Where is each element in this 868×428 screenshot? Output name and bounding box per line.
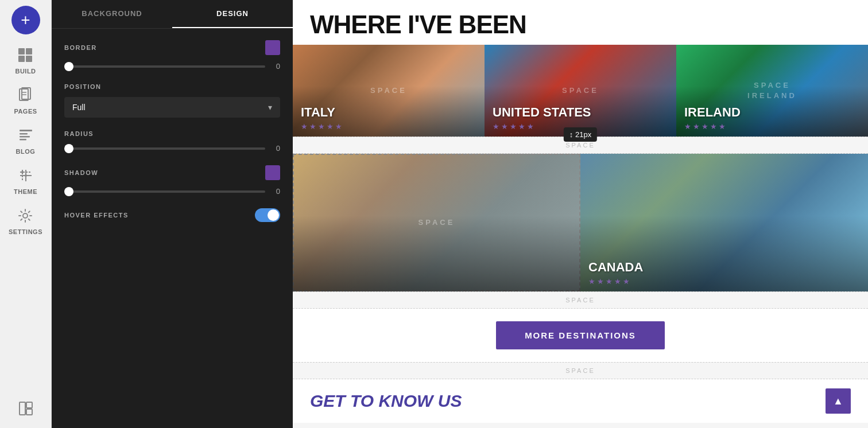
shadow-slider[interactable] — [64, 190, 265, 193]
layout-icon — [16, 398, 36, 419]
chevron-down-icon: ▾ — [268, 103, 272, 112]
shadow-section: SHADOW 0 — [64, 165, 280, 196]
hover-effects-section: HOVER EFFECTS — [64, 208, 280, 222]
build-icon — [15, 45, 36, 65]
shadow-value: 0 — [271, 187, 280, 196]
sidebar-item-theme-label: THEME — [14, 188, 37, 195]
svg-rect-9 — [20, 133, 28, 135]
position-label: POSITION — [64, 83, 280, 90]
sidebar-item-blog-label: BLOG — [16, 148, 36, 155]
shadow-color-swatch[interactable] — [265, 165, 280, 180]
add-button[interactable]: + — [11, 6, 40, 34]
svg-rect-0 — [18, 48, 25, 55]
cards-section-row2: SPACE CANADA ★★★★★ — [293, 154, 868, 291]
canvas-area[interactable]: WHERE I'VE BEEN SPACE ITALY ★★★★★ — [293, 0, 868, 428]
canada-title: CANADA — [588, 260, 643, 275]
position-select[interactable]: Full ▾ — [64, 97, 280, 118]
get-to-know-text: GET TO KNOW US — [310, 391, 462, 411]
svg-rect-2 — [18, 56, 25, 62]
space-divider-3: SPACE — [293, 362, 868, 379]
ireland-content: IRELAND ★★★★★ — [684, 105, 741, 131]
sidebar: + BUILD PAGES — [0, 0, 52, 428]
sidebar-item-settings-label: SETTINGS — [9, 228, 42, 235]
sidebar-item-build[interactable]: BUILD — [15, 45, 36, 75]
us-title: UNITED STATES — [493, 105, 591, 120]
ireland-stars: ★★★★★ — [684, 122, 741, 131]
get-to-know-section: GET TO KNOW US ▲ — [293, 379, 868, 423]
canvas-inner: WHERE I'VE BEEN SPACE ITALY ★★★★★ — [293, 0, 868, 428]
svg-rect-20 — [26, 402, 32, 408]
italy-stars: ★★★★★ — [301, 122, 344, 131]
card-italy[interactable]: SPACE ITALY ★★★★★ — [293, 45, 485, 137]
card-canada[interactable]: CANADA ★★★★★ — [580, 154, 868, 291]
svg-rect-1 — [26, 48, 32, 55]
page-header: WHERE I'VE BEEN — [293, 0, 868, 45]
tab-background[interactable]: BACKGROUND — [52, 0, 172, 28]
svg-rect-19 — [20, 402, 25, 415]
radius-section: RADIUS 0 — [64, 130, 280, 153]
card-united-states[interactable]: SPACE UNITED STATES ★★★★★ — [485, 45, 676, 137]
more-destinations-button[interactable]: MORE DESTINATIONS — [496, 321, 665, 349]
sidebar-item-pages[interactable]: PAGES — [14, 85, 37, 115]
pages-icon — [15, 85, 36, 106]
shadow-slider-row: 0 — [64, 187, 280, 196]
position-section: POSITION Full ▾ — [64, 83, 280, 118]
scroll-top-button[interactable]: ▲ — [826, 388, 851, 414]
design-panel: BACKGROUND DESIGN BORDER 0 — [52, 0, 293, 428]
hover-effects-label: HOVER EFFECTS — [64, 208, 280, 222]
settings-icon — [15, 205, 36, 226]
svg-point-18 — [23, 213, 28, 218]
radius-label: RADIUS — [64, 130, 280, 137]
space-divider-2: SPACE — [293, 291, 868, 309]
cards-section-row1: SPACE ITALY ★★★★★ SPACE UNITED STATES ★★… — [293, 45, 868, 137]
radius-value: 0 — [271, 144, 280, 153]
sidebar-item-blog[interactable]: BLOG — [16, 125, 36, 155]
border-value: 0 — [271, 62, 280, 71]
svg-rect-21 — [26, 409, 32, 415]
shadow-label: SHADOW — [64, 165, 280, 180]
svg-point-16 — [21, 171, 24, 173]
border-color-swatch[interactable] — [265, 40, 280, 55]
cards-row-1: SPACE ITALY ★★★★★ SPACE UNITED STATES ★★… — [293, 45, 868, 137]
radius-slider-row: 0 — [64, 144, 280, 153]
svg-point-17 — [25, 174, 27, 177]
sidebar-item-layout[interactable] — [16, 398, 36, 421]
sidebar-item-theme[interactable]: THEME — [14, 165, 37, 195]
panel-content: BORDER 0 POSITION Full ▾ — [52, 29, 293, 246]
spacing-tooltip: ↕ 21px — [564, 127, 597, 142]
spacing-tooltip-text: ↕ 21px — [569, 130, 591, 139]
border-section: BORDER 0 — [64, 40, 280, 71]
blog-icon — [16, 125, 36, 146]
border-slider[interactable] — [64, 65, 265, 68]
sidebar-item-settings[interactable]: SETTINGS — [9, 205, 42, 235]
more-destinations-section: MORE DESTINATIONS — [293, 309, 868, 362]
tab-design[interactable]: DESIGN — [172, 0, 293, 28]
svg-rect-11 — [20, 139, 26, 141]
border-label: BORDER — [64, 40, 280, 55]
sidebar-item-pages-label: PAGES — [14, 108, 37, 115]
svg-rect-10 — [20, 136, 30, 138]
ireland-title: IRELAND — [684, 105, 741, 120]
canada-content: CANADA ★★★★★ — [588, 260, 643, 286]
svg-rect-8 — [20, 130, 32, 131]
card-mystery[interactable]: SPACE — [293, 154, 580, 291]
main-area: BACKGROUND DESIGN BORDER 0 — [52, 0, 868, 428]
border-slider-row: 0 — [64, 62, 280, 71]
canada-stars: ★★★★★ — [588, 277, 643, 286]
radius-slider[interactable] — [64, 147, 265, 150]
hover-effects-toggle[interactable] — [255, 208, 280, 222]
cards-row-2: SPACE CANADA ★★★★★ — [293, 154, 868, 291]
panel-tabs: BACKGROUND DESIGN — [52, 0, 293, 29]
italy-content: ITALY ★★★★★ — [301, 105, 344, 131]
theme-icon — [16, 165, 36, 186]
svg-rect-3 — [26, 56, 32, 62]
page-title: WHERE I'VE BEEN — [310, 10, 851, 39]
card-ireland[interactable]: SPACEIRELAND IRELAND ★★★★★ — [676, 45, 868, 137]
sidebar-item-build-label: BUILD — [15, 68, 36, 75]
italy-title: ITALY — [301, 105, 344, 120]
